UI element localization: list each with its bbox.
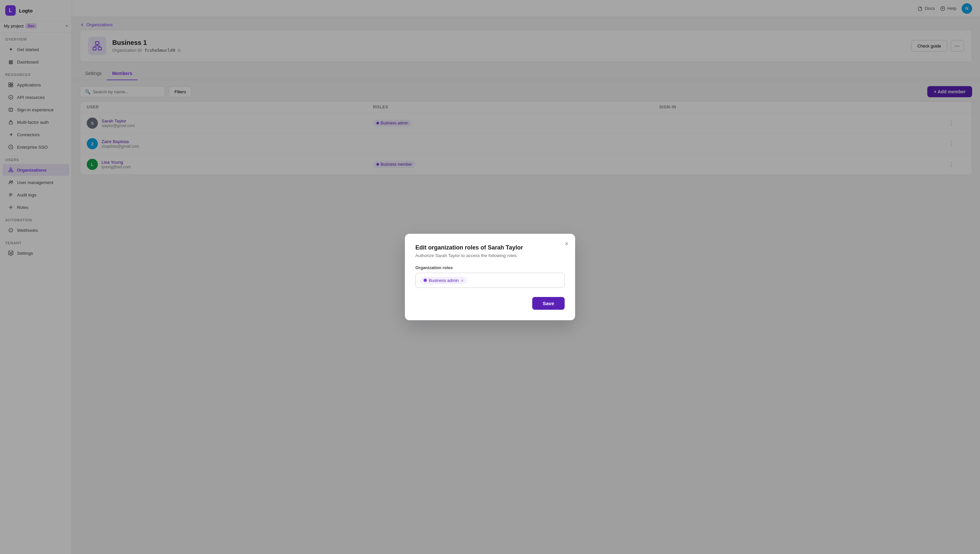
org-roles-field-label: Organization roles [415,265,565,270]
role-tag-label: Business admin [429,278,459,283]
save-button[interactable]: Save [532,297,565,310]
modal-overlay[interactable]: × Edit organization roles of Sarah Taylo… [72,0,980,554]
modal-title: Edit organization roles of Sarah Taylor [415,244,565,251]
edit-org-roles-modal: × Edit organization roles of Sarah Taylo… [405,234,575,320]
role-tag: Business admin × [420,277,467,284]
role-tag-dot-icon [423,279,427,282]
modal-footer: Save [415,297,565,310]
modal-subtitle: Authorize Sarah Taylor to access the fol… [415,253,565,258]
org-roles-input[interactable]: Business admin × [415,273,565,288]
modal-close-button[interactable]: × [565,240,568,247]
role-tag-remove-button[interactable]: × [461,278,464,283]
